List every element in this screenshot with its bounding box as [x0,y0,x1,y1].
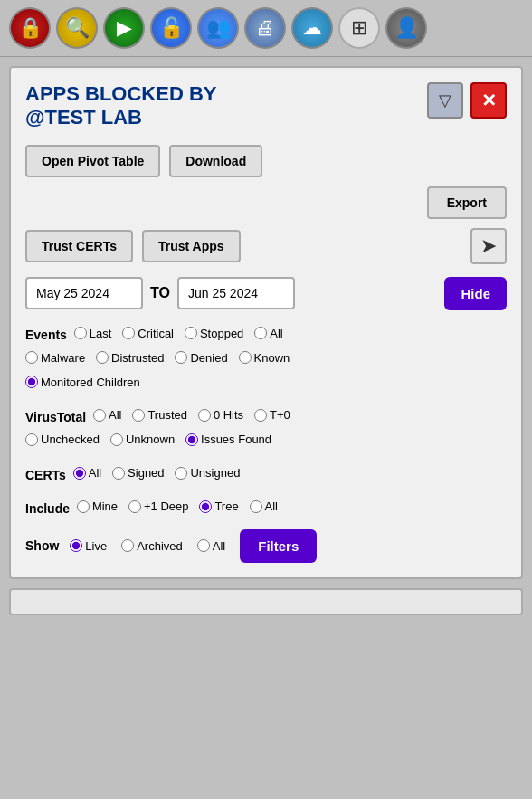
certs-label: CERTs [25,468,66,482]
arrow-right-button[interactable]: ➤ [470,228,507,264]
open-pivot-table-button[interactable]: Open Pivot Table [25,145,160,177]
cloud-icon[interactable]: ☁ [291,7,333,49]
events-label: Events [25,328,67,342]
date-from-input[interactable] [25,277,143,309]
radio-vt-all[interactable]: All [93,404,121,425]
virustotal-section: VirusTotal All Trusted 0 Hits T+0 Unchec… [25,404,507,453]
radio-vt-trusted[interactable]: Trusted [132,404,187,425]
radio-show-all[interactable]: All [197,539,225,553]
title-buttons: ▽ ✕ [427,82,507,119]
radio-events-distrusted[interactable]: Distrusted [96,347,165,368]
date-to-input[interactable] [177,277,295,309]
export-button[interactable]: Export [427,186,507,219]
close-button[interactable]: ✕ [470,82,507,119]
search-icon[interactable]: 🔍 [56,7,98,49]
play-icon[interactable]: ▶ [103,7,145,49]
export-row: Export [25,186,507,219]
show-row: Show Live Archived All Filters [25,529,507,563]
lock-icon[interactable]: 🔒 [9,7,51,49]
user-icon[interactable]: 👤 [385,7,427,49]
radio-events-critical[interactable]: Critical [122,323,174,344]
trust-row: Trust CERTs Trust Apps ➤ [25,228,507,264]
users-icon[interactable]: 👥 [197,7,239,49]
main-panel: APPS BLOCKED BY @TEST LAB ▽ ✕ Open Pivot… [9,66,523,579]
radio-show-archived[interactable]: Archived [121,539,183,553]
events-section: Events Last Critical Stopped All Malware… [25,323,507,396]
shield-icon[interactable]: 🔓 [150,7,192,49]
radio-inc-1deep[interactable]: +1 Deep [128,496,189,517]
grid-icon[interactable]: ⊞ [338,7,380,49]
filter-icon-button[interactable]: ▽ [427,82,463,119]
radio-vt-unchecked[interactable]: Unchecked [25,429,100,450]
radio-cert-unsigned[interactable]: Unsigned [175,462,240,483]
virustotal-label: VirusTotal [25,410,86,424]
radio-events-denied[interactable]: Denied [175,347,227,368]
certs-section: CERTs All Signed Unsigned [25,462,507,487]
radio-vt-t0[interactable]: T+0 [254,404,290,425]
radio-inc-all[interactable]: All [250,496,278,517]
radio-inc-tree[interactable]: Tree [199,496,238,517]
toolbar: 🔒 🔍 ▶ 🔓 👥 🖨 ☁ ⊞ 👤 [0,0,532,57]
date-row: TO Hide [25,277,507,310]
radio-events-known[interactable]: Known [239,347,290,368]
trust-certs-button[interactable]: Trust CERTs [25,230,133,262]
to-label: TO [150,285,170,301]
bottom-strip [9,588,523,615]
show-label: Show [25,538,59,553]
include-label: Include [25,501,70,516]
radio-events-last[interactable]: Last [74,323,112,344]
trust-apps-button[interactable]: Trust Apps [142,230,241,262]
radio-events-monitored[interactable]: Monitored Children [25,372,140,393]
radio-vt-issues[interactable]: Issues Found [185,429,271,450]
radio-vt-0hits[interactable]: 0 Hits [198,404,243,425]
download-button[interactable]: Download [169,145,262,177]
radio-show-live[interactable]: Live [70,539,107,553]
radio-events-stopped[interactable]: Stopped [185,323,243,344]
top-button-row: Open Pivot Table Download [25,145,507,177]
radio-inc-mine[interactable]: Mine [77,496,118,517]
hide-button[interactable]: Hide [444,277,507,310]
radio-events-all[interactable]: All [254,323,282,344]
filters-button[interactable]: Filters [240,529,317,563]
radio-vt-unknown[interactable]: Unknown [110,429,175,450]
radio-events-malware[interactable]: Malware [25,347,85,368]
radio-cert-all[interactable]: All [73,462,101,483]
printer-icon[interactable]: 🖨 [244,7,286,49]
include-section: Include Mine +1 Deep Tree All [25,496,507,520]
radio-cert-signed[interactable]: Signed [112,462,164,483]
